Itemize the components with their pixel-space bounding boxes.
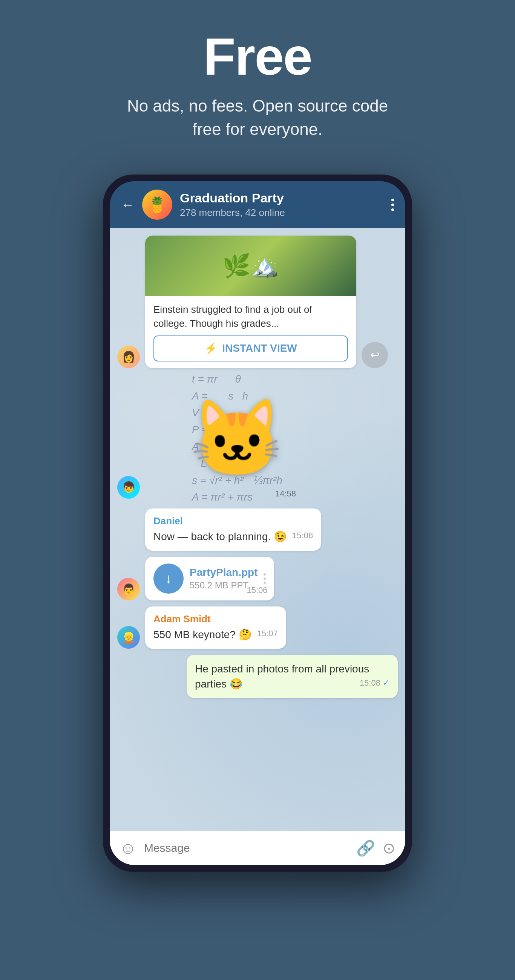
lightning-icon: ⚡ <box>204 342 218 355</box>
sticker-container: t = πr θ A = s h V = l³ P = 2πr A = πr² … <box>173 374 301 503</box>
article-image: 🌿🏔️ <box>145 235 356 296</box>
sticker-message-row: 👦 t = πr θ A = s h V = l³ P = 2πr A = πr… <box>117 374 398 503</box>
file-name: PartyPlan.ppt <box>190 566 257 579</box>
group-avatar-emoji: 🍍 <box>148 196 167 214</box>
group-name: Graduation Party <box>180 191 384 205</box>
adam-message-time: 15:07 <box>257 629 278 638</box>
adam-sender-name: Adam Smidt <box>153 613 278 625</box>
checkmark-icon: ✓ <box>383 678 389 687</box>
cat-sticker: 🐱 <box>190 401 284 476</box>
file-time: 15:06 <box>247 585 267 595</box>
adam-bubble: Adam Smidt 550 MB keynote? 🤔 15:07 <box>145 606 286 649</box>
chat-info: Graduation Party 278 members, 42 online <box>180 191 384 219</box>
daniel-message-text: Now — back to planning. 😉 <box>153 531 287 542</box>
daniel-message-row: Daniel Now — back to planning. 😉 15:06 <box>117 509 398 551</box>
article-content: Einstein struggled to find a job out of … <box>145 296 356 368</box>
hero-section: Free No ads, no fees. Open source code f… <box>0 0 515 163</box>
input-bar: ☺ 🔗 ⊙ <box>110 831 405 865</box>
instant-view-label: INSTANT VIEW <box>222 342 297 354</box>
more-options-button[interactable] <box>391 199 394 211</box>
article-message-row: 👩 🌿🏔️ Einstein struggled to find a job o… <box>117 235 398 368</box>
phone-inner: ← 🍍 Graduation Party 278 members, 42 onl… <box>110 181 405 865</box>
emoji-button[interactable]: ☺ <box>120 838 137 858</box>
back-button[interactable]: ← <box>121 197 135 213</box>
phone-wrapper: ← 🍍 Graduation Party 278 members, 42 onl… <box>103 175 412 872</box>
download-arrow-icon: ↓ <box>165 571 172 587</box>
file-more-button[interactable] <box>263 573 266 584</box>
file-bubble: ↓ PartyPlan.ppt 550.2 MB PPT 15:06 <box>145 557 274 600</box>
sticker-time: 14:58 <box>275 489 296 499</box>
article-text: Einstein struggled to find a job out of … <box>153 303 348 330</box>
article-bubble: 🌿🏔️ Einstein struggled to find a job out… <box>145 235 356 368</box>
adam-sender-avatar: 👱 <box>117 626 140 649</box>
adam-message-text: 550 MB keynote? 🤔 <box>153 629 252 640</box>
phone-outer: ← 🍍 Graduation Party 278 members, 42 onl… <box>103 175 412 872</box>
attach-button[interactable]: 🔗 <box>356 839 375 857</box>
group-avatar: 🍍 <box>142 189 172 220</box>
sent-bubble: He pasted in photos from all previous pa… <box>187 655 398 698</box>
daniel-message-time: 15:06 <box>292 531 313 541</box>
article-sender-avatar: 👩 <box>117 346 140 368</box>
group-meta: 278 members, 42 online <box>180 207 384 219</box>
sent-message-row: He pasted in photos from all previous pa… <box>117 655 398 698</box>
file-sender-avatar: 👨 <box>117 578 140 600</box>
chat-body: 👩 🌿🏔️ Einstein struggled to find a job o… <box>110 228 405 831</box>
chat-header: ← 🍍 Graduation Party 278 members, 42 onl… <box>110 181 405 228</box>
file-message-row: 👨 ↓ PartyPlan.ppt 550.2 MB PPT <box>117 557 398 600</box>
sent-message-time: 15:08 ✓ <box>360 678 389 688</box>
message-input[interactable] <box>144 842 349 854</box>
camera-button[interactable]: ⊙ <box>383 839 395 857</box>
sticker-sender-avatar: 👦 <box>117 476 140 499</box>
daniel-bubble: Daniel Now — back to planning. 😉 15:06 <box>145 509 321 551</box>
download-button[interactable]: ↓ <box>153 563 183 593</box>
sent-message-text: He pasted in photos from all previous pa… <box>195 663 369 689</box>
instant-view-button[interactable]: ⚡ INSTANT VIEW <box>153 336 348 361</box>
hero-subtitle: No ads, no fees. Open source code free f… <box>126 94 389 141</box>
adam-message-row: 👱 Adam Smidt 550 MB keynote? 🤔 15:07 <box>117 606 398 649</box>
hero-title: Free <box>203 30 312 83</box>
daniel-sender-name: Daniel <box>153 515 313 527</box>
more-dots-icon <box>391 199 394 211</box>
forward-button[interactable]: ↩ <box>362 342 388 368</box>
